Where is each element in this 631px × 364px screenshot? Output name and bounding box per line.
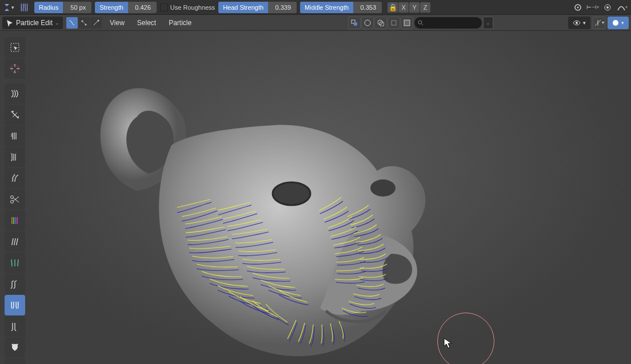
svg-rect-12: [392, 21, 396, 25]
increment-icon[interactable]: ⊢⊣▾: [586, 2, 599, 13]
svg-point-16: [613, 20, 618, 26]
svg-rect-8: [354, 22, 357, 26]
axis-z-button[interactable]: Z: [420, 2, 430, 13]
radius-value[interactable]: 50 px: [63, 4, 91, 11]
use-roughness-label: Use Roughness: [170, 4, 215, 11]
svg-point-20: [11, 201, 14, 203]
view-menu[interactable]: View: [105, 17, 129, 29]
header-right-group: ⊢⊣▾ ▾: [572, 2, 629, 13]
selectability-icon[interactable]: [348, 17, 361, 29]
snap-icon[interactable]: [572, 2, 584, 13]
gizmo-toggle-icon[interactable]: ▾: [593, 17, 605, 29]
middle-strength-slider[interactable]: Middle Strength 0.353: [300, 2, 382, 13]
svg-point-25: [273, 182, 310, 205]
draw-tool[interactable]: [5, 358, 25, 364]
falloff-icon[interactable]: ▾: [616, 2, 629, 13]
search-dropdown-icon[interactable]: ⌄: [483, 17, 493, 29]
mode-dropdown[interactable]: Particle Edit ⌄: [2, 17, 63, 29]
smooth-tool[interactable]: [5, 105, 25, 125]
checkbox-icon[interactable]: [160, 3, 168, 11]
tool-settings-header: ▾ Radius 50 px Strength 0.426 Use Roughn…: [0, 0, 631, 15]
radius-slider[interactable]: Radius 50 px: [34, 2, 91, 13]
svg-point-9: [365, 20, 370, 26]
slide-tool[interactable]: [5, 316, 25, 337]
axis-y-button[interactable]: Y: [409, 2, 420, 13]
editor-type-icon[interactable]: ▾: [2, 2, 15, 13]
radius-label[interactable]: Radius: [34, 2, 63, 13]
overlay-shading-group: ⌄: [348, 17, 493, 29]
xray-icon[interactable]: [388, 17, 400, 29]
svg-point-23: [273, 182, 310, 205]
comb-tool[interactable]: [5, 83, 25, 104]
axis-lock-group: 🔒 X Y Z: [388, 2, 430, 13]
select-mode-point-button[interactable]: [78, 17, 90, 29]
svg-point-19: [11, 196, 14, 199]
grow-tool[interactable]: [5, 231, 25, 252]
tool-shelf: [5, 37, 25, 364]
cut-tool[interactable]: [5, 189, 25, 210]
middle-strength-label[interactable]: Middle Strength: [300, 2, 353, 13]
svg-point-21: [12, 344, 14, 346]
middle-strength-value[interactable]: 0.353: [353, 4, 382, 11]
head-strength-slider[interactable]: Head Strength 0.339: [218, 2, 297, 13]
mouse-cursor-icon: [444, 338, 453, 349]
random-tool[interactable]: [5, 295, 25, 315]
viewport-header: Particle Edit ⌄ View Select Particle ⌄ ▾…: [0, 15, 631, 31]
gizmo-icon[interactable]: [361, 17, 374, 29]
select-box-tool[interactable]: [5, 37, 25, 58]
add-tool[interactable]: [5, 126, 25, 146]
svg-point-6: [98, 19, 99, 21]
shading-icon[interactable]: [401, 17, 413, 29]
shading-dropdown[interactable]: ▾: [608, 17, 629, 29]
svg-point-14: [418, 21, 422, 24]
svg-point-15: [576, 22, 578, 24]
svg-point-3: [606, 6, 609, 9]
viewport-3d[interactable]: [0, 31, 631, 364]
overlays-icon[interactable]: [374, 17, 387, 29]
head-strength-value[interactable]: 0.339: [268, 4, 297, 11]
proportional-edit-icon[interactable]: [601, 2, 614, 13]
viewport-right-group: ▾ ▾ ▾: [568, 17, 629, 29]
strength-label[interactable]: Strength: [95, 2, 128, 13]
particle-menu[interactable]: Particle: [164, 17, 196, 29]
lock-icon[interactable]: 🔒: [388, 2, 398, 13]
brush-radius-indicator: [437, 313, 494, 364]
strength-slider[interactable]: Strength 0.426: [95, 2, 157, 13]
select-mode-tip-button[interactable]: [90, 17, 102, 29]
svg-point-24: [370, 179, 396, 197]
select-mode-group: [66, 17, 102, 29]
axis-x-button[interactable]: X: [398, 2, 409, 13]
length-tool[interactable]: [5, 147, 25, 167]
cursor-tool[interactable]: [5, 58, 25, 79]
use-roughness-checkbox[interactable]: Use Roughness: [160, 3, 215, 11]
curl-tool[interactable]: [5, 274, 25, 294]
search-input[interactable]: [414, 17, 482, 29]
puff-tool[interactable]: [5, 168, 25, 189]
weight-tool[interactable]: [5, 210, 25, 231]
select-menu[interactable]: Select: [133, 17, 161, 29]
strength-value[interactable]: 0.426: [128, 4, 157, 11]
density-tool[interactable]: [5, 337, 25, 358]
svg-point-22: [17, 344, 18, 346]
particle-edit-icon[interactable]: [18, 2, 31, 13]
shrink-tool[interactable]: [5, 253, 25, 273]
visibility-dropdown[interactable]: ▾: [568, 17, 590, 29]
mode-label: Particle Edit: [16, 19, 53, 27]
svg-rect-13: [404, 20, 410, 26]
head-strength-label[interactable]: Head Strength: [218, 2, 268, 13]
svg-point-1: [577, 6, 579, 8]
model-render: [80, 71, 452, 364]
select-mode-path-button[interactable]: [66, 17, 78, 29]
